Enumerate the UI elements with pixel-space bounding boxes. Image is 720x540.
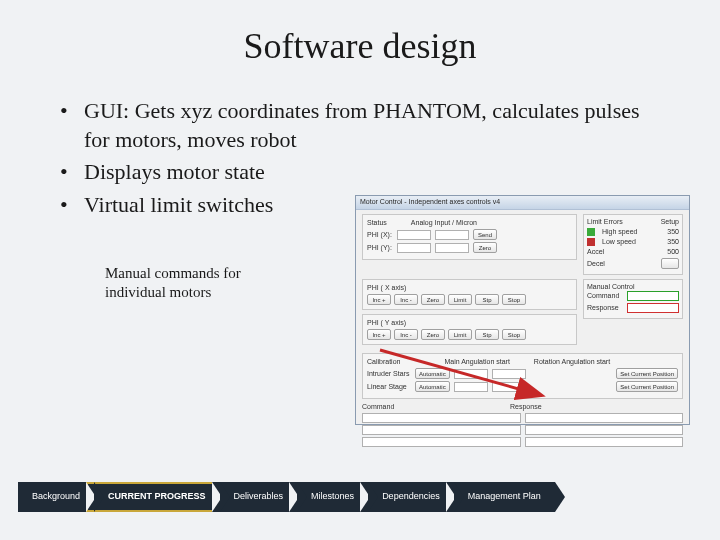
bullet-item: Displays motor state [60, 158, 670, 187]
caption-text: Manual commands for individual motors [105, 264, 305, 302]
resp2-label: Response [510, 403, 542, 410]
phi-x-input2 [435, 230, 469, 240]
phi-x-axis-label: PHI ( X axis) [367, 284, 406, 291]
zero-button: Zero [473, 242, 497, 253]
response-label: Response [587, 304, 623, 311]
inc-plus-button: Inc + [367, 329, 391, 340]
zero-axis-button: Zero [421, 294, 445, 305]
slide-title: Software design [50, 25, 670, 67]
accel-val: 500 [667, 248, 679, 255]
intruder-label: Intruder Stars [367, 370, 411, 377]
set-pos-button: Set Current Position [616, 381, 678, 392]
limit-button: Limit [448, 294, 472, 305]
set-pos-button: Set Current Position [616, 368, 678, 379]
send-button: Send [473, 229, 497, 240]
limit-ok-icon [587, 228, 595, 236]
progress-nav: Background CURRENT PROGRESS Deliverables… [18, 482, 555, 512]
phi-x-label: PHI (X): [367, 231, 393, 238]
status-label: Status [367, 219, 387, 226]
response-input [627, 303, 679, 313]
bottom-input [362, 437, 521, 447]
calib-input [454, 382, 488, 392]
nav-background: Background [18, 482, 94, 512]
manual-title: Manual Control [587, 283, 634, 290]
bottom-input [525, 413, 684, 423]
phi-y-input [397, 243, 431, 253]
auto-button: Automatic [415, 368, 450, 379]
stop-button: Stop [502, 294, 526, 305]
phi-y-input2 [435, 243, 469, 253]
window-titlebar: Motor Control - Independent axes control… [356, 196, 689, 210]
limit-title: Limit Errors [587, 218, 623, 225]
phi-y-label: PHI (Y): [367, 244, 393, 251]
analog-label: Analog Input / Micron [411, 219, 477, 226]
inc-minus-button: Inc - [394, 294, 418, 305]
low-speed-label: Low speed [602, 238, 636, 245]
calib-label: Calibration [367, 358, 400, 365]
rot-angle-label: Rotation Angulation start [534, 358, 610, 365]
bottom-input [362, 425, 521, 435]
decel-button [661, 258, 679, 269]
stp-button: Stp [475, 329, 499, 340]
linear-label: Linear Stage [367, 383, 411, 390]
bottom-input [362, 413, 521, 423]
command-input [627, 291, 679, 301]
phi-y-axis-label: PHI ( Y axis) [367, 319, 406, 326]
accel-label: Accel [587, 248, 604, 255]
decel-label: Decel [587, 260, 605, 267]
auto-button: Automatic [415, 381, 450, 392]
command-label: Command [587, 292, 623, 299]
low-val: 350 [667, 238, 679, 245]
high-speed-label: High speed [602, 228, 637, 235]
calib-input [492, 382, 526, 392]
stp-button: Stp [475, 294, 499, 305]
high-val: 350 [667, 228, 679, 235]
calib-input [454, 369, 488, 379]
nav-current-progress: CURRENT PROGRESS [86, 482, 220, 512]
inc-minus-button: Inc - [394, 329, 418, 340]
app-screenshot: Motor Control - Independent axes control… [355, 195, 690, 425]
bottom-input [525, 425, 684, 435]
inc-plus-button: Inc + [367, 294, 391, 305]
limit-err-icon [587, 238, 595, 246]
main-angle-label: Main Angulation start [444, 358, 509, 365]
bullet-item: GUI: Gets xyz coordinates from PHANTOM, … [60, 97, 670, 154]
calib-input [492, 369, 526, 379]
stop-button: Stop [502, 329, 526, 340]
bottom-input [525, 437, 684, 447]
phi-x-input [397, 230, 431, 240]
limit-button: Limit [448, 329, 472, 340]
cmd2-label: Command [362, 403, 406, 410]
zero-axis-button: Zero [421, 329, 445, 340]
setup-label: Setup [661, 218, 679, 225]
